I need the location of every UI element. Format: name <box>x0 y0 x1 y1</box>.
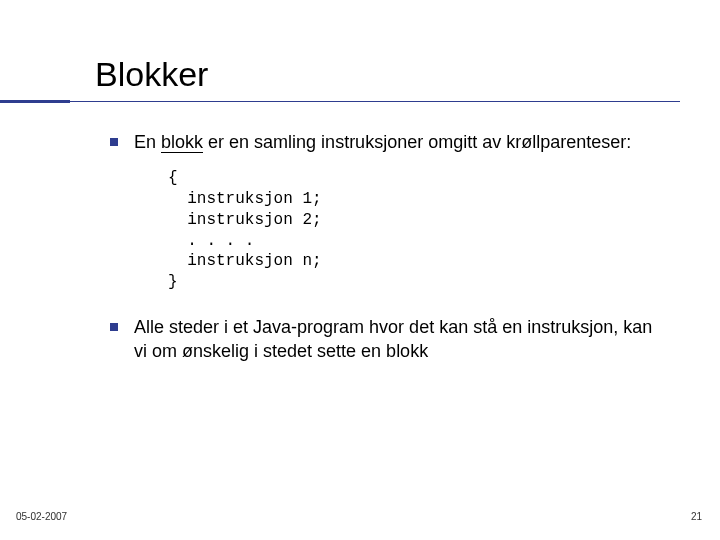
bullet-square-icon <box>110 138 118 146</box>
footer-page-number: 21 <box>691 511 702 522</box>
title-accent-bar <box>0 100 70 103</box>
title-wrap: Blokker <box>95 55 208 94</box>
bullet-text: En blokk er en samling instruksjoner omg… <box>134 130 631 154</box>
footer-date: 05-02-2007 <box>16 511 67 522</box>
bullet-text-pre: En <box>134 132 161 152</box>
slide-title: Blokker <box>95 55 208 94</box>
bullet-item: En blokk er en samling instruksjoner omg… <box>110 130 670 154</box>
title-underline <box>70 101 680 102</box>
bullet-square-icon <box>110 323 118 331</box>
bullet-item: Alle steder i et Java-program hvor det k… <box>110 315 670 364</box>
slide: Blokker En blokk er en samling instruksj… <box>0 0 720 540</box>
bullet-text: Alle steder i et Java-program hvor det k… <box>134 315 670 364</box>
slide-body: En blokk er en samling instruksjoner omg… <box>110 130 670 370</box>
bullet-text-post: er en samling instruksjoner omgitt av kr… <box>203 132 631 152</box>
code-block: { instruksjon 1; instruksjon 2; . . . . … <box>168 168 670 293</box>
bullet-text-under: blokk <box>161 132 203 153</box>
